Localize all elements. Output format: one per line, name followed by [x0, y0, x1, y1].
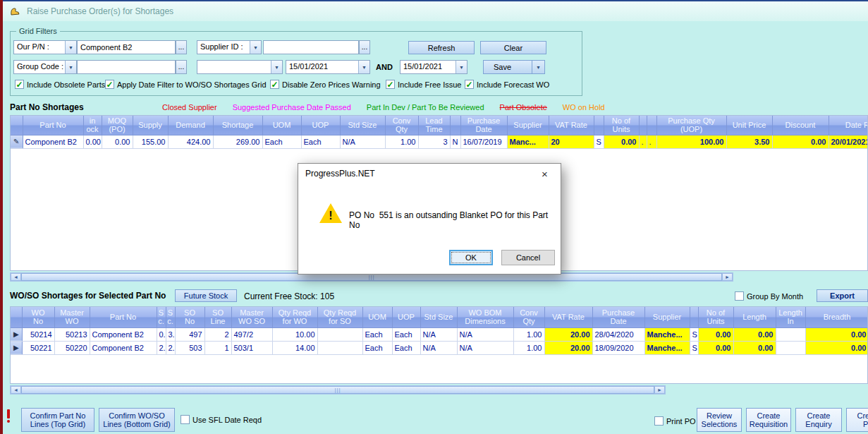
- grid-cell[interactable]: 0.00: [772, 135, 829, 148]
- grid-cell[interactable]: 10.00: [272, 327, 317, 341]
- use-sfl-date-reqd-checkbox[interactable]: Use SFL Date Reqd: [181, 415, 262, 424]
- column-header[interactable]: Master WO SO: [231, 307, 272, 327]
- column-header[interactable]: Std Size: [340, 116, 385, 135]
- woso-grid[interactable]: WO NoMaster WOPart NoS c.S c.SO NoSO Lin…: [10, 306, 868, 384]
- column-header[interactable]: UOM: [262, 116, 301, 135]
- grid-cell[interactable]: .: [647, 135, 656, 148]
- grid-cell[interactable]: Each: [301, 135, 340, 148]
- grid-row[interactable]: ▶5022150220Component B22.2.5031503/114.0…: [11, 341, 868, 354]
- grid-cell[interactable]: 0.00: [604, 135, 639, 148]
- grid-cell[interactable]: 50214: [22, 327, 54, 341]
- chevron-down-icon[interactable]: ▼: [358, 61, 369, 73]
- grid-cell[interactable]: 424.00: [168, 135, 213, 148]
- row-selector[interactable]: ✎: [11, 135, 23, 148]
- grid-cell[interactable]: 50213: [54, 327, 90, 341]
- grid-cell[interactable]: [317, 327, 362, 341]
- grid-cell[interactable]: 3.50: [726, 135, 772, 148]
- chevron-down-icon[interactable]: ▼: [65, 41, 76, 54]
- grid-cell[interactable]: 50220: [54, 341, 90, 354]
- column-header[interactable]: UOP: [392, 307, 420, 327]
- grid-cell[interactable]: 100.00: [656, 135, 726, 148]
- column-header[interactable]: UOP: [301, 116, 340, 135]
- chevron-down-icon[interactable]: ▼: [456, 61, 467, 73]
- row-selector[interactable]: ▶: [11, 341, 22, 354]
- column-header[interactable]: Conv Qty: [513, 307, 544, 327]
- grid-cell[interactable]: Each: [392, 341, 420, 354]
- column-header[interactable]: [11, 116, 23, 135]
- grid-cell[interactable]: 50221: [22, 341, 54, 354]
- grid-cell[interactable]: Each: [262, 135, 301, 148]
- grid-cell[interactable]: 0.00: [805, 341, 868, 354]
- refresh-button[interactable]: Refresh: [408, 41, 475, 54]
- grid-cell[interactable]: Each: [362, 341, 392, 354]
- column-header[interactable]: Supplier: [644, 307, 690, 327]
- chevron-down-icon[interactable]: ▼: [532, 61, 544, 73]
- scroll-right-icon[interactable]: ►: [654, 386, 665, 394]
- column-header[interactable]: Unit Price: [726, 116, 772, 135]
- date-from-picker[interactable]: 15/01/2021 ▼: [286, 60, 370, 74]
- column-header[interactable]: Master WO: [54, 307, 90, 327]
- scroll-right-icon[interactable]: ►: [722, 273, 733, 281]
- grid-cell[interactable]: Component B2: [90, 341, 157, 354]
- apply-date-filter-checkbox[interactable]: ✓ Apply Date Filter to WO/SO Shortages G…: [105, 80, 267, 89]
- column-header[interactable]: VAT Rate: [544, 307, 592, 327]
- grid-cell[interactable]: 16/07/2019: [460, 135, 507, 148]
- checkbox-box[interactable]: [654, 416, 664, 426]
- create-requisition-button[interactable]: Create Requisition: [746, 408, 791, 432]
- confirm-part-no-lines-button[interactable]: Confirm Part No Lines (Top Grid): [21, 408, 94, 432]
- column-header[interactable]: UOM: [362, 307, 392, 327]
- group-code-browse-button[interactable]: ...: [176, 60, 187, 74]
- column-header[interactable]: Purchase Date: [592, 307, 644, 327]
- grid-cell[interactable]: 2.: [157, 341, 166, 354]
- grid-cell[interactable]: 20/01/2021: [829, 135, 868, 148]
- grid-cell[interactable]: N: [450, 135, 460, 148]
- date-to-picker[interactable]: 15/01/2021 ▼: [400, 60, 467, 74]
- column-header[interactable]: Lead Time: [418, 116, 450, 135]
- grid-cell[interactable]: 0.00: [805, 327, 868, 341]
- checkbox-box[interactable]: ✓: [270, 80, 279, 89]
- column-header[interactable]: Conv Qty: [385, 116, 418, 135]
- column-header[interactable]: S c.: [157, 307, 166, 327]
- grid-row[interactable]: ✎Component B20.000.00155.00424.00269.00E…: [11, 135, 868, 148]
- include-obsolete-parts-checkbox[interactable]: ✓ Include Obsolete Parts: [15, 80, 105, 89]
- column-header[interactable]: No of Units: [604, 116, 639, 135]
- column-header[interactable]: Length: [733, 307, 776, 327]
- grid-cell[interactable]: 2: [204, 327, 231, 341]
- grid-cell[interactable]: [776, 341, 805, 354]
- column-header[interactable]: Date Reqd: [829, 116, 868, 135]
- disable-zero-prices-checkbox[interactable]: ✓ Disable Zero Prices Warning: [270, 80, 381, 89]
- extra-filter-combo[interactable]: ▼: [197, 60, 283, 74]
- grid-cell[interactable]: 20: [549, 135, 594, 148]
- ok-button[interactable]: OK: [449, 250, 493, 265]
- grid-cell[interactable]: 18/09/2020: [592, 341, 644, 354]
- checkbox-box[interactable]: ✓: [465, 80, 474, 89]
- column-header[interactable]: Shortage: [213, 116, 262, 135]
- column-header[interactable]: Demand: [168, 116, 213, 135]
- group-code-input[interactable]: [77, 60, 176, 74]
- column-header[interactable]: WO BOM Dimensions: [457, 307, 513, 327]
- woso-grid-hscrollbar[interactable]: ◄ ||| ►: [10, 385, 666, 394]
- scroll-left-icon[interactable]: ◄: [11, 386, 21, 394]
- chevron-down-icon[interactable]: ▼: [250, 41, 261, 54]
- grid-cell[interactable]: 497/2: [231, 327, 272, 341]
- column-header[interactable]: [647, 116, 656, 135]
- supplier-id-input[interactable]: [263, 40, 359, 54]
- grid-cell[interactable]: Manche...: [644, 341, 690, 354]
- grid-cell[interactable]: 0.00: [698, 341, 733, 354]
- column-header[interactable]: SO Line: [204, 307, 231, 327]
- grid-cell[interactable]: N/A: [457, 341, 513, 354]
- grid-cell[interactable]: Component B2: [90, 327, 157, 341]
- column-header[interactable]: WO No: [22, 307, 54, 327]
- cancel-button[interactable]: Cancel: [501, 250, 555, 265]
- close-icon[interactable]: ×: [529, 164, 561, 183]
- chevron-down-icon[interactable]: ▼: [271, 61, 282, 73]
- grid-cell[interactable]: N/A: [420, 327, 457, 341]
- column-header[interactable]: Length In: [776, 307, 805, 327]
- grid-cell[interactable]: 20.00: [544, 327, 592, 341]
- grid-cell[interactable]: 3: [418, 135, 450, 148]
- group-code-filter-combo[interactable]: Group Code : ▼: [13, 60, 77, 74]
- checkbox-box[interactable]: ✓: [386, 80, 395, 89]
- grid-cell[interactable]: 1.00: [385, 135, 418, 148]
- grid-row[interactable]: ▶5021450213Component B20.3.4972497/210.0…: [11, 327, 868, 341]
- grid-cell[interactable]: 503/1: [231, 341, 272, 354]
